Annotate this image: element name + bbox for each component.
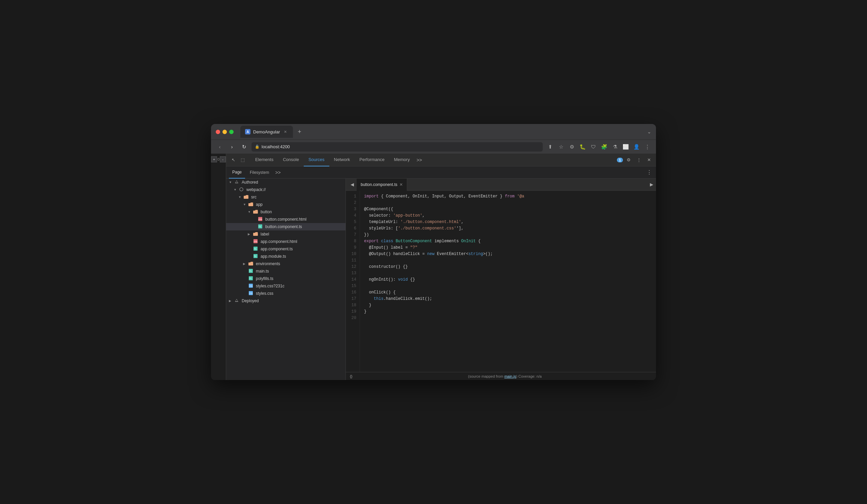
subtab-page[interactable]: Page [229,166,245,178]
tree-item-app[interactable]: ▼app [226,201,345,208]
tree-item-deployed[interactable]: ▶Deployed [226,297,345,305]
svg-rect-10 [253,233,258,236]
tree-item-app-component-html[interactable]: HTMLapp.component.html [226,238,345,245]
minimize-traffic-light[interactable] [223,130,227,134]
fullscreen-traffic-light[interactable] [229,130,234,134]
tree-item-button[interactable]: ▼button [226,208,345,216]
tree-item-environments[interactable]: ▶environments [226,260,345,267]
tab-title: DemoAngular [253,129,280,134]
layout-icon[interactable]: ⬜ [621,142,630,152]
sidebar-collapse-icon[interactable]: ◀ [348,180,357,189]
tree-item-main-ts[interactable]: TSmain.ts [226,267,345,275]
source-map-link[interactable]: main.js [504,374,516,378]
tree-item-button-component-ts[interactable]: TSbutton.component.ts [226,223,345,230]
tree-item-polyfills-ts[interactable]: TSpolyfills.ts [226,275,345,282]
subtab-more-icon[interactable]: >> [274,170,282,175]
browser-tab-demoangular[interactable]: A DemoAngular ✕ [240,126,293,138]
tree-item-button-component-html[interactable]: HTMLbutton.component.html [226,216,345,223]
line-number: 10 [346,251,360,258]
new-tab-button[interactable]: + [295,127,304,136]
format-braces-icon[interactable]: {} [350,374,352,378]
editor-tab-close-icon[interactable]: ✕ [399,182,403,187]
nav-bar: ‹ › ↻ 🔒 localhost:4200 ⬆ ☆ ⚙ 🐛 🛡 🧩 ⚗ ⬜ 👤… [211,140,656,154]
share-icon[interactable]: ⬆ [545,142,555,152]
shield-icon[interactable]: 🛡 [589,142,598,152]
bug-icon[interactable]: 🐛 [578,142,587,152]
device-mode-icon[interactable]: ⬚ [238,156,247,164]
svg-rect-3 [244,196,248,199]
tree-item-label: styles.css?231c [256,284,285,288]
tab-close-button[interactable]: ✕ [283,129,288,134]
tree-item-icon: HTML [253,239,258,244]
tab-performance[interactable]: Performance [355,154,389,166]
browser-window: A DemoAngular ✕ + ⌄ ‹ › ↻ 🔒 localhost:42… [211,124,656,380]
flask-icon[interactable]: ⚗ [610,142,620,152]
editor-tab-button-ts[interactable]: button.component.ts ✕ [357,178,407,191]
tab-favicon: A [245,129,250,134]
tree-item-styles-css-231c[interactable]: CSSstyles.css?231c [226,282,345,290]
lock-icon: 🔒 [255,144,259,149]
zoom-out-button[interactable]: - [220,156,226,162]
extensions-icon[interactable]: ⚙ [567,142,576,152]
bookmark-icon[interactable]: ☆ [556,142,566,152]
line-number: 13 [346,270,360,277]
more-icon[interactable]: ⋮ [642,142,652,152]
tree-item-icon [244,195,248,200]
line-number: 8 [346,238,360,244]
tree-item-label: environments [256,261,280,266]
tree-item-icon: CSS [248,291,253,296]
tree-item-icon: TS [258,224,263,230]
profile-icon[interactable]: 👤 [632,142,641,152]
back-button[interactable]: ‹ [215,142,225,152]
puzzle-icon[interactable]: 🧩 [599,142,609,152]
zoom-in-button[interactable]: + [211,156,217,162]
tab-memory[interactable]: Memory [389,154,415,166]
code-line [364,270,656,277]
tree-item-webpack---[interactable]: ▼webpack:// [226,186,345,193]
file-tree: ▼Authored▼webpack://▼src▼app▼buttonHTMLb… [226,178,346,380]
subtab-filesystem[interactable]: Filesystem [246,166,272,178]
tree-item-authored[interactable]: ▼Authored [226,178,345,186]
code-line [364,283,656,289]
line-number: 1 [346,193,360,200]
reload-button[interactable]: ↻ [239,142,249,152]
code-line: constructor() {} [364,264,656,270]
traffic-lights [216,130,234,134]
tree-item-src[interactable]: ▼src [226,193,345,201]
tree-arrow-icon: ▶ [229,299,233,303]
code-line: import { Component, OnInit, Input, Outpu… [364,193,656,200]
tree-item-icon [234,298,239,304]
tree-arrow-icon: ▶ [248,232,252,236]
tree-item-icon [248,261,253,266]
devtools-close-icon[interactable]: ✕ [644,156,653,164]
tree-item-app-module-ts[interactable]: TSapp.module.ts [226,253,345,260]
tree-item-label[interactable]: ▶label [226,230,345,238]
tree-item-label: app.component.html [260,239,297,244]
code-line: templateUrl: './button.component.html', [364,219,656,226]
devtools-tabs: ↖ ⬚ Elements Console Sources Network Per… [226,154,656,166]
tree-item-icon: CSS [248,283,253,289]
tab-sources[interactable]: Sources [304,154,329,166]
tab-network[interactable]: Network [329,154,355,166]
sources-menu-icon[interactable]: ⋮ [645,169,653,176]
tab-elements[interactable]: Elements [250,154,278,166]
devtools-panel: ↖ ⬚ Elements Console Sources Network Per… [226,154,656,380]
settings-icon[interactable]: ⚙ [624,156,633,164]
tree-item-label: Deployed [242,298,259,303]
more-tabs-icon[interactable]: >> [415,157,424,163]
sources-panel: Page Filesystem >> ⋮ ▼Authored▼webpack:/… [226,166,656,380]
tree-item-styles-css[interactable]: CSSstyles.css [226,290,345,297]
devtools-tabs-right: 1 ⚙ ⋮ ✕ [617,156,653,164]
status-text: (source mapped from main.js) Coverage: n… [358,374,652,378]
editor-collapse-right-icon[interactable]: ▶ [647,180,656,189]
tree-arrow-icon: ▼ [248,210,252,213]
forward-button[interactable]: › [227,142,237,152]
code-line: } [364,302,656,309]
close-traffic-light[interactable] [216,130,220,134]
tab-console[interactable]: Console [278,154,304,166]
tree-item-app-component-ts[interactable]: TSapp.component.ts [226,245,345,253]
code-editor[interactable]: 1234567891011121314151617181920 import {… [346,191,656,372]
cursor-tool-icon[interactable]: ↖ [229,156,238,164]
address-bar[interactable]: 🔒 localhost:4200 [251,142,543,152]
devtools-more-icon[interactable]: ⋮ [634,156,643,164]
